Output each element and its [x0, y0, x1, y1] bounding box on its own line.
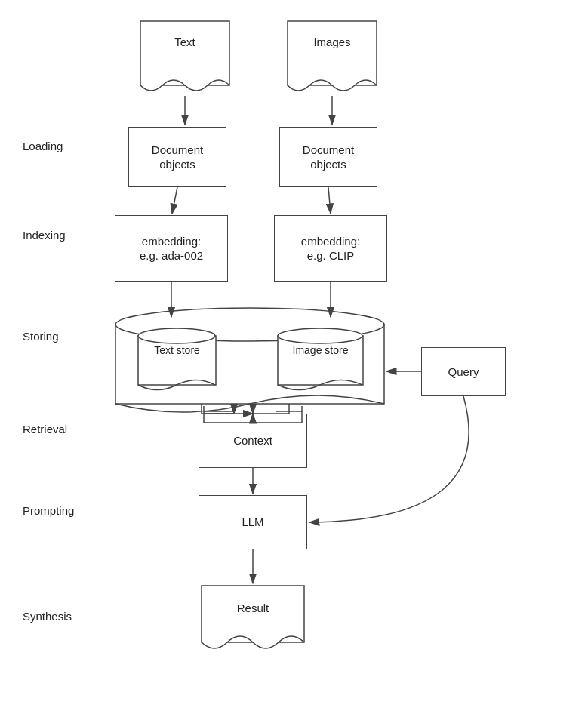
query-node: Query	[421, 347, 506, 396]
image-store-cylinder: Image store	[277, 327, 364, 395]
query-label: Query	[448, 365, 479, 380]
svg-rect-0	[140, 21, 229, 85]
images-input-node: Images	[287, 20, 377, 96]
images-input-label: Images	[287, 35, 377, 48]
doc-objects-images-node: Document objects	[279, 127, 377, 187]
text-store-label: Text store	[137, 343, 217, 357]
label-retrieval: Retrieval	[23, 423, 67, 435]
label-indexing: Indexing	[23, 229, 66, 242]
doc-objects-images-label: Document objects	[303, 143, 354, 172]
llm-node: LLM	[199, 495, 307, 549]
result-label: Result	[201, 602, 305, 614]
text-store-cylinder: Text store	[137, 327, 217, 395]
database-container: Text store Image store	[115, 306, 385, 411]
doc-objects-text-label: Document objects	[152, 143, 203, 172]
svg-rect-1	[288, 21, 377, 85]
embedding-images-label: embedding: e.g. CLIP	[301, 234, 360, 263]
llm-label: LLM	[242, 515, 263, 530]
diagram-container: Loading Indexing Storing Retrieval Promp…	[0, 0, 588, 720]
result-node: Result	[201, 585, 305, 657]
image-store-label: Image store	[277, 343, 364, 357]
doc-objects-text-node: Document objects	[128, 127, 226, 187]
svg-line-13	[328, 187, 331, 214]
label-storing: Storing	[23, 330, 59, 343]
text-input-label: Text	[140, 35, 230, 48]
label-loading: Loading	[23, 140, 63, 152]
svg-line-12	[172, 187, 177, 214]
label-prompting: Prompting	[23, 504, 74, 517]
text-input-node: Text	[140, 20, 230, 96]
context-label: Context	[233, 433, 272, 448]
svg-point-7	[278, 328, 362, 343]
label-synthesis: Synthesis	[23, 610, 72, 623]
embedding-text-label: embedding: e.g. ada-002	[140, 234, 203, 263]
context-node: Context	[199, 414, 307, 468]
embedding-text-node: embedding: e.g. ada-002	[115, 215, 228, 282]
embedding-images-node: embedding: e.g. CLIP	[274, 215, 387, 282]
svg-point-5	[138, 328, 215, 343]
